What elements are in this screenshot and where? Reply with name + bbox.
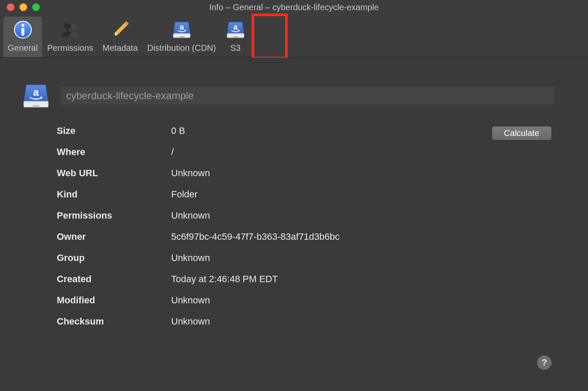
row-checksum: Checksum Unknown — [57, 316, 554, 327]
value-web-url: Unknown — [171, 168, 554, 179]
name-row — [21, 83, 554, 108]
row-kind: Kind Folder — [57, 189, 554, 200]
label-modified: Modified — [57, 295, 171, 306]
close-button[interactable] — [7, 3, 14, 11]
label-kind: Kind — [57, 189, 171, 200]
label-checksum: Checksum — [57, 316, 171, 327]
general-panel: Calculate Size 0 B Where / Web URL Unkno… — [0, 58, 588, 391]
row-where: Where / — [57, 147, 554, 158]
tab-label: Distribution (CDN) — [147, 43, 216, 53]
tab-label: Permissions — [47, 43, 93, 53]
maximize-button[interactable] — [32, 3, 40, 11]
minimize-button[interactable] — [19, 3, 27, 11]
window-controls — [0, 3, 40, 11]
value-kind: Folder — [171, 189, 554, 200]
calculate-button[interactable]: Calculate — [492, 126, 552, 140]
row-size: Size 0 B — [57, 125, 554, 136]
label-web-url: Web URL — [57, 168, 171, 179]
value-owner: 5c6f97bc-4c59-47f7-b363-83af71d3b6bc — [171, 231, 554, 242]
annotation-highlight — [252, 14, 288, 59]
tab-s3[interactable]: S3 — [221, 17, 250, 57]
value-group: Unknown — [171, 252, 554, 263]
row-group: Group Unknown — [57, 252, 554, 263]
row-web-url: Web URL Unknown — [57, 168, 554, 179]
label-where: Where — [57, 147, 171, 158]
tab-label: Metadata — [103, 43, 138, 53]
value-permissions: Unknown — [171, 210, 554, 221]
tab-permissions[interactable]: Permissions — [43, 17, 97, 57]
row-permissions: Permissions Unknown — [57, 210, 554, 221]
s3-drive-icon — [172, 19, 192, 40]
s3-drive-icon — [21, 83, 51, 108]
info-window: Info – General – cyberduck-lifecycle-exa… — [0, 0, 588, 391]
row-modified: Modified Unknown — [57, 295, 554, 306]
people-icon — [60, 19, 80, 40]
tab-distribution-cdn[interactable]: Distribution (CDN) — [143, 17, 220, 57]
bucket-name-input[interactable] — [60, 87, 554, 105]
tab-general[interactable]: General — [3, 17, 42, 57]
toolbar: General Permissions Metadata Distributio… — [0, 14, 588, 58]
help-button[interactable]: ? — [537, 355, 552, 370]
row-created: Created Today at 2:46:48 PM EDT — [57, 274, 554, 285]
tab-label: S3 — [230, 43, 240, 53]
info-icon — [13, 19, 33, 40]
value-modified: Unknown — [171, 295, 554, 306]
label-permissions: Permissions — [57, 210, 171, 221]
value-created: Today at 2:46:48 PM EDT — [171, 274, 554, 285]
pencil-icon — [110, 19, 130, 40]
window-title: Info – General – cyberduck-lifecycle-exa… — [209, 3, 379, 12]
label-size: Size — [57, 125, 171, 136]
label-group: Group — [57, 252, 171, 263]
s3-drive-icon — [225, 19, 246, 40]
value-checksum: Unknown — [171, 316, 554, 327]
tab-metadata[interactable]: Metadata — [98, 17, 142, 57]
label-created: Created — [57, 274, 171, 285]
properties-list: Size 0 B Where / Web URL Unknown Kind Fo… — [57, 125, 554, 327]
titlebar[interactable]: Info – General – cyberduck-lifecycle-exa… — [0, 0, 588, 14]
value-where: / — [171, 147, 554, 158]
row-owner: Owner 5c6f97bc-4c59-47f7-b363-83af71d3b6… — [57, 231, 554, 242]
label-owner: Owner — [57, 231, 171, 242]
tab-label: General — [8, 43, 38, 53]
